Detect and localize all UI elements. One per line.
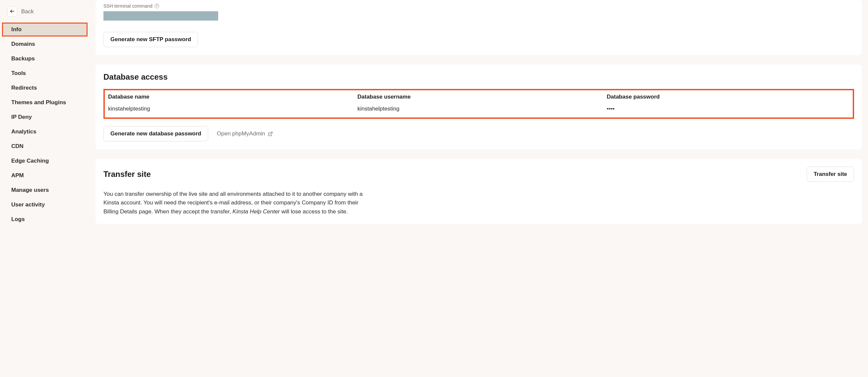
db-password-value: ••••	[607, 106, 849, 112]
sidebar-item-label: Manage users	[11, 187, 49, 193]
sidebar-item-label: APM	[11, 172, 24, 178]
sidebar-item-analytics[interactable]: Analytics	[2, 125, 88, 139]
ssh-command-label: SSH terminal command ?	[103, 3, 854, 9]
sidebar-item-label: Backups	[11, 55, 35, 62]
nav: Info Domains Backups Tools Redirects The…	[0, 23, 90, 226]
transfer-site-title: Transfer site	[103, 170, 151, 179]
sidebar-item-redirects[interactable]: Redirects	[2, 81, 88, 95]
open-phpmyadmin-link[interactable]: Open phpMyAdmin	[217, 130, 273, 137]
sidebar-item-label: IP Deny	[11, 114, 32, 120]
db-username-header: Database username	[358, 94, 600, 100]
sidebar-item-label: Analytics	[11, 128, 36, 135]
svg-line-1	[270, 132, 272, 134]
sidebar-item-info[interactable]: Info	[2, 23, 88, 36]
generate-sftp-password-button[interactable]: Generate new SFTP password	[103, 32, 198, 47]
sidebar-item-edge-caching[interactable]: Edge Caching	[2, 154, 88, 168]
generate-db-password-button[interactable]: Generate new database password	[103, 126, 208, 141]
button-label: Transfer site	[814, 171, 847, 178]
sidebar-item-label: CDN	[11, 143, 24, 149]
sidebar: Back Info Domains Backups Tools Redirect…	[0, 0, 90, 377]
transfer-site-card: Transfer site Transfer site You can tran…	[95, 158, 862, 224]
sidebar-item-label: Redirects	[11, 85, 37, 91]
db-name-value: kinstahelptesting	[108, 106, 351, 112]
help-icon[interactable]: ?	[155, 4, 159, 8]
sidebar-item-cdn[interactable]: CDN	[2, 139, 88, 153]
back-row: Back	[0, 4, 90, 23]
sidebar-item-backups[interactable]: Backups	[2, 52, 88, 66]
button-label: Generate new SFTP password	[111, 36, 191, 43]
db-password-header: Database password	[607, 94, 849, 100]
sidebar-item-label: User activity	[11, 201, 45, 208]
sidebar-item-apm[interactable]: APM	[2, 169, 88, 182]
sidebar-item-label: Themes and Plugins	[11, 99, 66, 106]
sidebar-item-manage-users[interactable]: Manage users	[2, 183, 88, 197]
database-access-title: Database access	[103, 72, 854, 82]
transfer-desc-sitename: Kinsta Help Center	[232, 208, 280, 215]
external-link-icon	[268, 132, 273, 136]
db-name-header: Database name	[108, 94, 351, 100]
sidebar-item-label: Domains	[11, 41, 35, 47]
sidebar-item-label: Info	[11, 26, 22, 32]
sidebar-item-label: Edge Caching	[11, 157, 49, 164]
db-actions: Generate new database password Open phpM…	[103, 126, 854, 141]
transfer-header: Transfer site Transfer site	[103, 167, 854, 182]
sftp-card: SSH terminal command ? Generate new SFTP…	[95, 0, 862, 55]
main-content: SSH terminal command ? Generate new SFTP…	[90, 0, 868, 377]
sidebar-item-domains[interactable]: Domains	[2, 37, 88, 51]
button-label: Generate new database password	[111, 130, 201, 137]
database-credentials-table: Database name Database username Database…	[103, 89, 854, 119]
sidebar-item-label: Tools	[11, 70, 26, 76]
transfer-site-button[interactable]: Transfer site	[807, 167, 854, 182]
arrow-left-icon	[10, 9, 15, 15]
sidebar-item-user-activity[interactable]: User activity	[2, 198, 88, 212]
field-label-text: SSH terminal command	[103, 3, 153, 9]
sidebar-item-themes-plugins[interactable]: Themes and Plugins	[2, 95, 88, 110]
sidebar-item-logs[interactable]: Logs	[2, 212, 88, 226]
ssh-command-redacted	[103, 11, 218, 21]
back-label: Back	[21, 8, 34, 15]
transfer-description: You can transfer ownership of the live s…	[103, 190, 369, 216]
sidebar-item-label: Logs	[11, 216, 25, 222]
database-access-card: Database access Database name Database u…	[95, 64, 862, 149]
transfer-desc-text-tail: will lose access to the site.	[280, 208, 348, 215]
sidebar-item-ip-deny[interactable]: IP Deny	[2, 110, 88, 124]
back-button[interactable]	[7, 7, 17, 17]
sidebar-item-tools[interactable]: Tools	[2, 66, 88, 80]
db-username-value: kinstahelptesting	[358, 106, 600, 112]
link-label: Open phpMyAdmin	[217, 130, 265, 137]
